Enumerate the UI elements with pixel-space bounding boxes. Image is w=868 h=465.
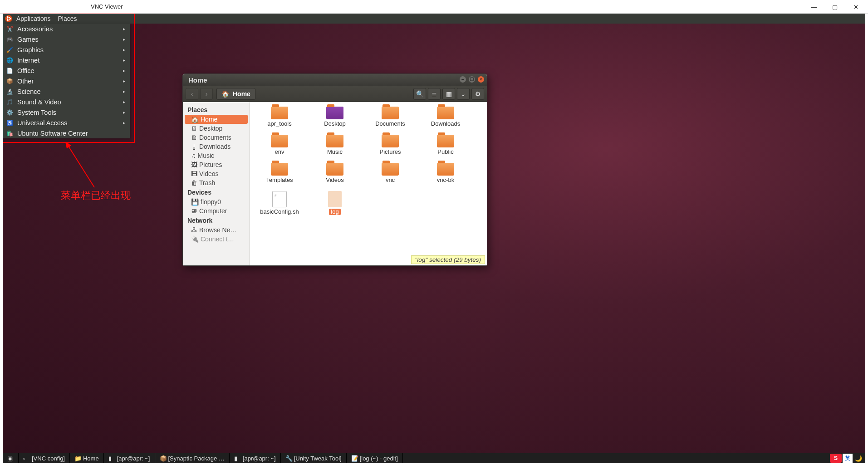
submenu-arrow-icon: ▸ — [123, 78, 125, 83]
sound-video-icon: 🎵 — [5, 98, 14, 106]
menu-item-office[interactable]: 📄 Office ▸ — [3, 65, 130, 76]
folder-icon — [382, 107, 399, 119]
file-item[interactable]: vnc-bk — [418, 163, 473, 191]
close-button[interactable]: × — [478, 76, 484, 83]
file-item[interactable]: Desktop — [307, 107, 363, 135]
sidebar-item-trash[interactable]: 🗑Trash — [183, 178, 250, 187]
sidebar-item-home[interactable]: 🏠Home — [185, 115, 248, 124]
file-item[interactable]: Public — [418, 135, 473, 163]
maximize-button[interactable]: ▢ — [824, 0, 845, 14]
menu-item-accessories[interactable]: ✂️ Accessories ▸ — [3, 24, 130, 34]
sidebar-heading-network: Network — [183, 215, 250, 225]
panel-applications[interactable]: Applications — [13, 15, 54, 22]
panel-places[interactable]: Places — [54, 15, 81, 22]
sidebar-item-desktop[interactable]: 🖥Desktop — [183, 124, 250, 133]
menu-item-internet[interactable]: 🌐 Internet ▸ — [3, 55, 130, 65]
videos-icon: 🎞 — [191, 170, 197, 177]
ime-moon-icon[interactable]: 🌙 — [853, 454, 863, 463]
file-manager-titlebar[interactable]: Home ‒ ❐ × — [183, 74, 487, 86]
file-item[interactable]: log — [307, 191, 363, 219]
host-window-title: VNC Viewer — [91, 3, 123, 10]
menu-item-system-tools[interactable]: ⚙️ System Tools ▸ — [3, 107, 130, 117]
sidebar-item-pictures[interactable]: 🖼Pictures — [183, 160, 250, 169]
remote-desktop: Applications Places ✂️ Accessories ▸ 🎮 G… — [3, 14, 865, 463]
file-item[interactable]: Templates — [252, 163, 307, 191]
view-grid-button[interactable]: ▦ — [442, 88, 455, 100]
view-list-button[interactable]: ≣ — [428, 88, 441, 100]
nav-forward-button[interactable]: › — [200, 88, 213, 100]
host-window-titlebar: VNC Viewer ― ▢ ✕ — [0, 0, 868, 14]
submenu-arrow-icon: ▸ — [123, 58, 125, 63]
menu-item-universal-access[interactable]: ♿ Universal Access ▸ — [3, 117, 130, 128]
task-gedit[interactable]: 📝[log (~) - gedit] — [347, 453, 403, 463]
file-item[interactable]: Music — [307, 135, 363, 163]
file-item[interactable]: basicConfig.sh — [252, 191, 307, 219]
sidebar-item-computer[interactable]: 🖳Computer — [183, 206, 250, 215]
sidebar-item-downloads[interactable]: ⭳Downloads — [183, 142, 250, 151]
file-item[interactable]: apr_tools — [252, 107, 307, 135]
file-item[interactable]: Pictures — [363, 135, 418, 163]
file-label: Public — [437, 149, 453, 155]
file-label: Desktop — [324, 121, 346, 127]
settings-gear-button[interactable]: ⚙ — [471, 88, 484, 100]
sidebar-item-videos[interactable]: 🎞Videos — [183, 169, 250, 178]
ime-sogou-icon[interactable]: S — [830, 454, 842, 463]
task-synaptic[interactable]: 📦[Synaptic Package … — [155, 453, 230, 463]
sidebar-item-documents[interactable]: 🗎Documents — [183, 133, 250, 142]
minimize-button[interactable]: ‒ — [460, 76, 466, 83]
sidebar-item-music[interactable]: ♫Music — [183, 151, 250, 160]
maximize-button[interactable]: ❐ — [469, 76, 475, 83]
file-item[interactable]: Videos — [307, 163, 363, 191]
file-item[interactable]: Documents — [363, 107, 418, 135]
submenu-arrow-icon: ▸ — [123, 37, 125, 42]
ime-lang-indicator[interactable]: 英 — [843, 454, 853, 463]
menu-item-science[interactable]: 🔬 Science ▸ — [3, 86, 130, 97]
task-home[interactable]: 📁Home — [70, 453, 104, 463]
submenu-arrow-icon: ▸ — [123, 99, 125, 104]
home-icon: 🏠 — [221, 90, 229, 98]
path-bar[interactable]: 🏠 Home — [216, 88, 255, 100]
task-unity-tweak[interactable]: 🔧[Unity Tweak Tool] — [281, 453, 347, 463]
file-item[interactable]: Downloads — [418, 107, 473, 135]
submenu-arrow-icon: ▸ — [123, 89, 125, 94]
file-manager-content[interactable]: apr_toolsDesktopDocumentsDownloadsenvMus… — [250, 102, 487, 265]
folder-icon — [382, 163, 399, 176]
file-label: Downloads — [431, 121, 460, 127]
office-icon: 📄 — [5, 67, 14, 75]
sidebar-item-floppy[interactable]: 💾floppy0 — [183, 197, 250, 206]
downloads-icon: ⭳ — [191, 143, 197, 150]
task-terminal-1[interactable]: ▮[apr@apr: ~] — [104, 453, 155, 463]
file-label: Music — [327, 149, 343, 155]
task-vnc-config[interactable]: ▫[VNC config] — [19, 453, 70, 463]
menu-item-other[interactable]: 📦 Other ▸ — [3, 76, 130, 86]
task-terminal-2[interactable]: ▮[apr@apr: ~] — [230, 453, 281, 463]
menu-label: Science — [17, 88, 41, 95]
nav-back-button[interactable]: ‹ — [186, 88, 198, 100]
menu-label: Internet — [17, 57, 39, 64]
folder-icon — [326, 107, 343, 119]
file-item[interactable]: vnc — [363, 163, 418, 191]
search-button[interactable]: 🔍 — [413, 88, 426, 100]
view-dropdown-button[interactable]: ⌄ — [457, 88, 470, 100]
menu-item-sound-video[interactable]: 🎵 Sound & Video ▸ — [3, 97, 130, 107]
sidebar-item-connect[interactable]: 🔌Connect t… — [183, 235, 250, 244]
menu-label: Accessories — [17, 25, 53, 33]
window-controls: ‒ ❐ × — [460, 76, 484, 83]
folder-icon — [271, 107, 288, 119]
menu-label: Games — [17, 36, 39, 43]
submenu-arrow-icon: ▸ — [123, 110, 125, 115]
sidebar-item-browse-network[interactable]: 🖧Browse Ne… — [183, 225, 250, 235]
show-desktop-button[interactable]: ▣ — [3, 453, 19, 463]
minimize-button[interactable]: ― — [804, 0, 824, 14]
submenu-arrow-icon: ▸ — [123, 120, 125, 125]
svg-point-4 — [7, 20, 8, 21]
desktop-icon: 🖥 — [191, 125, 197, 132]
menu-item-software-center[interactable]: 🛍️ Ubuntu Software Center — [3, 128, 130, 138]
file-item[interactable]: env — [252, 135, 307, 163]
menu-item-games[interactable]: 🎮 Games ▸ — [3, 34, 130, 44]
status-bar: "log" selected (29 bytes) — [411, 255, 485, 264]
menu-label: Office — [17, 67, 34, 74]
menu-item-graphics[interactable]: 🖌️ Graphics ▸ — [3, 44, 130, 55]
submenu-arrow-icon: ▸ — [123, 26, 125, 31]
close-button[interactable]: ✕ — [845, 0, 866, 14]
